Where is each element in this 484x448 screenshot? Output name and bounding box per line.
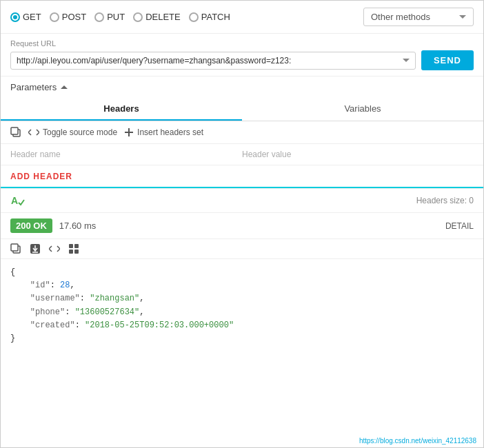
copy-button[interactable]: [10, 127, 21, 138]
header-value-placeholder: Header value: [242, 150, 474, 159]
parameters-bar: Parameters: [1, 77, 483, 98]
insert-headers-button[interactable]: Insert headers set: [124, 128, 203, 137]
method-bar: GET POST PUT DELETE PATCH Other methods: [1, 1, 483, 34]
app-container: GET POST PUT DELETE PATCH Other methods …: [0, 0, 484, 448]
other-methods-label: Other methods: [371, 12, 430, 22]
download-icon: [30, 243, 41, 254]
response-code-icon: [49, 245, 60, 253]
tab-headers[interactable]: Headers: [1, 98, 242, 121]
spell-check-icon: A: [10, 193, 26, 208]
url-input-row: http://api.leyou.com/api/user/query?user…: [10, 50, 474, 70]
add-header-row: ADD HEADER: [1, 165, 483, 188]
svg-text:A: A: [11, 195, 18, 206]
status-badge: 200 OK: [10, 218, 52, 233]
watermark-text: https://blog.csdn.net/weixin_42112638: [359, 437, 476, 445]
svg-rect-10: [69, 244, 73, 248]
radio-patch: [189, 12, 199, 22]
status-bar: 200 OK 17.60 ms DETAIL: [1, 213, 483, 239]
radio-delete: [133, 12, 143, 22]
json-response: { "id": 28, "username": "zhangsan", "pho…: [1, 259, 483, 436]
method-put[interactable]: PUT: [94, 12, 125, 22]
method-delete[interactable]: DELETE: [133, 12, 181, 22]
toggle-source-button[interactable]: Toggle source mode: [28, 128, 117, 137]
radio-get: [10, 12, 20, 22]
tabs-row: Headers Variables: [1, 98, 483, 121]
method-delete-label: DELETE: [145, 12, 181, 22]
method-put-label: PUT: [107, 12, 125, 22]
radio-put: [94, 12, 104, 22]
json-id: 28: [60, 281, 70, 290]
response-time: 17.60 ms: [59, 221, 96, 231]
svg-rect-11: [74, 244, 79, 248]
header-row-labels: Header name Header value: [1, 144, 483, 165]
url-bar: Request URL http://api.leyou.com/api/use…: [1, 34, 483, 77]
url-input-wrapper[interactable]: http://api.leyou.com/api/user/query?user…: [10, 52, 416, 70]
method-patch[interactable]: PATCH: [189, 12, 230, 22]
url-chevron-icon: [403, 59, 410, 62]
response-toolbar: [1, 239, 483, 259]
svg-rect-1: [11, 128, 18, 134]
response-copy-icon: [10, 243, 21, 254]
method-patch-label: PATCH: [201, 12, 230, 22]
svg-rect-6: [11, 244, 18, 251]
method-get-label: GET: [23, 12, 41, 22]
grid-button[interactable]: [68, 243, 79, 254]
tab-headers-label: Headers: [103, 103, 139, 114]
url-label: Request URL: [10, 39, 474, 48]
plus-icon: [124, 128, 134, 137]
radio-post: [50, 12, 59, 22]
footer-toolbar: A Headers size: 0: [1, 188, 483, 213]
toggle-source-label: Toggle source mode: [43, 128, 117, 137]
svg-rect-13: [74, 250, 79, 254]
json-phone: 13600527634: [80, 307, 134, 317]
method-get[interactable]: GET: [10, 12, 41, 22]
autofix-icon: A: [10, 193, 26, 208]
detail-link[interactable]: DETAIL: [445, 221, 474, 231]
chevron-up-icon[interactable]: [61, 85, 68, 89]
tab-variables-label: Variables: [344, 103, 381, 114]
chevron-down-icon: [459, 15, 466, 19]
method-post-label: POST: [62, 12, 86, 22]
download-button[interactable]: [30, 243, 41, 254]
copy-icon: [10, 127, 21, 138]
send-button[interactable]: SEND: [421, 50, 474, 70]
insert-headers-label: Insert headers set: [137, 128, 203, 137]
parameters-label: Parameters: [10, 82, 57, 92]
header-name-placeholder: Header name: [10, 150, 242, 159]
grid-icon: [68, 243, 79, 254]
url-value: http://api.leyou.com/api/user/query?user…: [17, 56, 399, 65]
headers-size-label: Headers size: 0: [416, 196, 474, 205]
json-username: zhangsan: [94, 294, 134, 303]
response-code-button[interactable]: [49, 245, 60, 253]
code-icon: [28, 128, 39, 136]
add-header-button[interactable]: ADD HEADER: [10, 172, 72, 181]
svg-rect-12: [69, 250, 73, 254]
method-post[interactable]: POST: [50, 12, 86, 22]
json-created: 2018-05-25T09:52:03.000+0000: [90, 320, 229, 330]
tab-variables[interactable]: Variables: [242, 98, 483, 121]
other-methods-dropdown[interactable]: Other methods: [363, 8, 474, 26]
response-copy-button[interactable]: [10, 243, 21, 254]
headers-toolbar: Toggle source mode Insert headers set: [1, 121, 483, 144]
watermark: https://blog.csdn.net/weixin_42112638: [1, 436, 483, 447]
